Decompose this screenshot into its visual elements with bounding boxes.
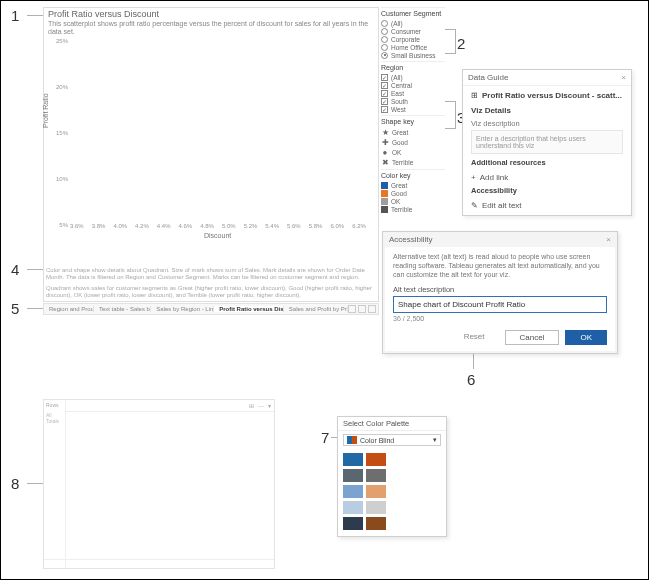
viz-description-label: Viz description	[471, 119, 623, 128]
palette-swatch[interactable]	[343, 517, 363, 530]
cancel-button[interactable]: Cancel	[505, 330, 560, 345]
add-link-button[interactable]: +Add link	[471, 173, 623, 182]
table-footer[interactable]	[44, 559, 274, 568]
shape-key-item: ✖Terrible	[381, 157, 445, 167]
tab-icon[interactable]	[368, 305, 376, 313]
color-key-title: Color key	[381, 172, 445, 179]
pencil-icon: ✎	[471, 201, 478, 210]
action-icon[interactable]: ▾	[268, 403, 271, 409]
region-option[interactable]: South	[381, 97, 445, 105]
segment-option[interactable]: Home Office	[381, 43, 445, 51]
action-icon[interactable]: ⊞	[249, 403, 254, 409]
viz-title: Profit Ratio versus Discount	[44, 8, 378, 20]
palette-swatch[interactable]	[366, 517, 386, 530]
table-sidebar: Rows All Totals	[44, 400, 66, 568]
accessibility-dialog: Accessibility × Alternative text (alt te…	[382, 231, 618, 354]
viz-subtitle: This scatterplot shows profit ratio perc…	[44, 20, 378, 37]
color-palette-dialog: Select Color Palette Color Blind ▾	[337, 416, 447, 537]
guide-breadcrumb: Profit Ratio versus Discount - scatt...	[482, 91, 622, 100]
viz-icon: ⊞	[471, 91, 478, 100]
accessibility-info-text: Alternative text (alt text) is read alou…	[393, 253, 607, 279]
x-ticks: 3.6%3.8%4.0%4.2%4.4%4.6%4.8%5.0%5.2%5.4%…	[70, 223, 366, 229]
region-option[interactable]: West	[381, 105, 445, 113]
ok-button[interactable]: OK	[565, 330, 607, 345]
legends-panel: Customer Segment (All)ConsumerCorporateH…	[381, 7, 445, 215]
shape-key-item: ●OK	[381, 147, 445, 157]
additional-resources-heading: Additional resources	[471, 158, 623, 167]
chevron-down-icon: ▾	[433, 436, 437, 444]
color-key-item: Terrible	[381, 205, 445, 213]
callout-1: 1	[11, 7, 19, 24]
plot-area[interactable]	[70, 38, 366, 228]
tab-icon[interactable]	[348, 305, 356, 313]
tab-icon[interactable]	[358, 305, 366, 313]
callout-5: 5	[11, 300, 19, 317]
region-filter-title: Region	[381, 64, 445, 71]
scatterplot-viz: Profit Ratio versus Discount This scatte…	[43, 7, 379, 302]
sheet-tab[interactable]: Sales and Profit by Product su...	[284, 306, 348, 312]
x-axis-label: Discount	[204, 232, 231, 239]
table-toolbar: ⊞ ⋯ ▾	[66, 400, 274, 412]
sheet-tab[interactable]: Sales by Region - Line chart f...	[151, 306, 214, 312]
palette-select[interactable]: Color Blind ▾	[343, 434, 441, 446]
palette-swatch[interactable]	[343, 501, 363, 514]
accessibility-dialog-title: Accessibility	[389, 235, 433, 244]
data-guide-panel: Data Guide × ⊞ Profit Ratio versus Disco…	[462, 69, 632, 216]
palette-swatch[interactable]	[366, 469, 386, 482]
palette-title: Select Color Palette	[338, 417, 446, 431]
plus-icon: +	[471, 173, 476, 182]
segment-option[interactable]: Corporate	[381, 35, 445, 43]
palette-swatch[interactable]	[343, 485, 363, 498]
segment-option[interactable]: Consumer	[381, 27, 445, 35]
palette-swatch[interactable]	[366, 453, 386, 466]
shape-key-item: ★Great	[381, 127, 445, 137]
sheet-tab[interactable]: Region and Product c...	[44, 306, 94, 312]
edit-alt-text-button[interactable]: ✎Edit alt text	[471, 201, 623, 210]
reset-button[interactable]: Reset	[464, 330, 499, 345]
sheet-tab[interactable]: Text table - Sales by Region	[94, 306, 151, 312]
callout-2: 2	[457, 35, 465, 52]
region-option[interactable]: (All)	[381, 73, 445, 81]
segment-filter-title: Customer Segment	[381, 10, 445, 17]
viz-description-input[interactable]: Enter a description that helps users und…	[471, 130, 623, 154]
alt-text-label: Alt text description	[393, 285, 607, 294]
sheet-tab[interactable]: Profit Ratio versus Discount - s...	[214, 306, 284, 312]
alt-text-input[interactable]: Shape chart of Discount Profit Ratio	[393, 296, 607, 313]
y-axis-label: Profit Ratio	[42, 93, 49, 128]
palette-swatch[interactable]	[366, 485, 386, 498]
callout-4: 4	[11, 261, 19, 278]
viz-details-heading: Viz Details	[471, 106, 623, 115]
color-key-item: OK	[381, 197, 445, 205]
accessibility-heading: Accessibility	[471, 186, 623, 195]
palette-swatch[interactable]	[343, 469, 363, 482]
char-counter: 36 / 2,500	[393, 315, 607, 322]
sheet-tabs: Region and Product c...Text table - Sale…	[43, 303, 379, 315]
palette-swatch[interactable]	[366, 501, 386, 514]
region-option[interactable]: Central	[381, 81, 445, 89]
palette-swatch[interactable]	[343, 453, 363, 466]
callout-8: 8	[11, 475, 19, 492]
action-icon[interactable]: ⋯	[258, 403, 264, 409]
close-icon[interactable]: ×	[606, 235, 611, 244]
segment-option[interactable]: Small Business	[381, 51, 445, 59]
segment-option[interactable]: (All)	[381, 19, 445, 27]
y-ticks: 25%20%15%10%5%	[52, 38, 68, 228]
viz-caption: Color and shape show details about Quadr…	[46, 267, 376, 299]
region-option[interactable]: East	[381, 89, 445, 97]
color-key-item: Good	[381, 189, 445, 197]
shape-key-item: ✚Good	[381, 137, 445, 147]
shape-key-title: Shape key	[381, 118, 445, 125]
color-key-item: Great	[381, 181, 445, 189]
data-guide-title: Data Guide	[468, 73, 508, 82]
callout-7: 7	[321, 429, 329, 446]
data-table-panel: Rows All Totals ⊞ ⋯ ▾	[43, 399, 275, 569]
close-icon[interactable]: ×	[621, 73, 626, 82]
callout-6: 6	[467, 371, 475, 388]
